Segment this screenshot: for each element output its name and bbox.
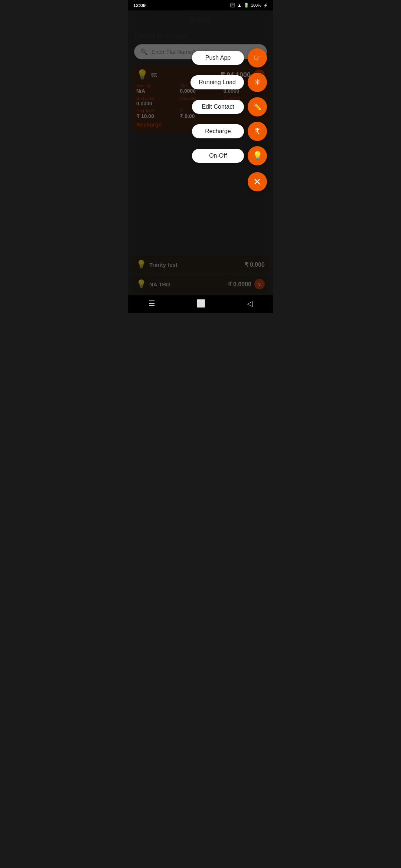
fab-item-edit-contact[interactable]: Edit Contact ✏️ (192, 97, 267, 116)
fab-btn-push-app[interactable]: ☞ (248, 48, 267, 68)
fab-label-push-app: Push App (192, 51, 244, 65)
fab-item-recharge[interactable]: Recharge ₹ (192, 122, 267, 141)
fab-item-running-load[interactable]: Running Load ✳ (190, 73, 267, 92)
battery-icon: 🔋 (244, 3, 249, 8)
fab-close-item[interactable]: ✕ (248, 171, 267, 191)
fab-item-on-off[interactable]: On-Off 💡 (192, 146, 267, 165)
vibrate-icon: 📳 (230, 3, 235, 8)
nav-bar: ☰ ⬜ ◁ (128, 295, 273, 313)
home-icon[interactable]: ⬜ (196, 299, 206, 308)
fab-btn-recharge[interactable]: ₹ (248, 122, 267, 141)
status-bar: 12:09 📳 ▲ 🔋 100% ⚡ (128, 0, 273, 10)
fab-btn-on-off[interactable]: 💡 (248, 146, 267, 165)
charging-icon: ⚡ (263, 3, 268, 7)
fab-label-edit-contact: Edit Contact (192, 100, 244, 114)
wifi-icon: ▲ (237, 3, 242, 8)
fab-label-on-off: On-Off (192, 149, 244, 163)
fab-label-recharge: Recharge (192, 124, 244, 138)
fab-btn-edit-contact[interactable]: ✏️ (248, 97, 267, 116)
fab-close-button[interactable]: ✕ (248, 172, 267, 191)
back-nav-icon[interactable]: ◁ (247, 299, 252, 308)
main-content: < Flats Demo Principal 🔍 Enter Flat Name… (128, 10, 273, 295)
fab-btn-running-load[interactable]: ✳ (248, 73, 267, 92)
battery-percent: 100% (251, 3, 261, 7)
fab-label-running-load: Running Load (190, 75, 244, 89)
status-icons: 📳 ▲ 🔋 100% ⚡ (230, 3, 268, 8)
menu-icon[interactable]: ☰ (149, 299, 155, 308)
fab-menu: Push App ☞ Running Load ✳ Edit Contact ✏… (190, 48, 267, 191)
fab-item-push-app[interactable]: Push App ☞ (192, 48, 267, 68)
status-time: 12:09 (133, 3, 146, 8)
